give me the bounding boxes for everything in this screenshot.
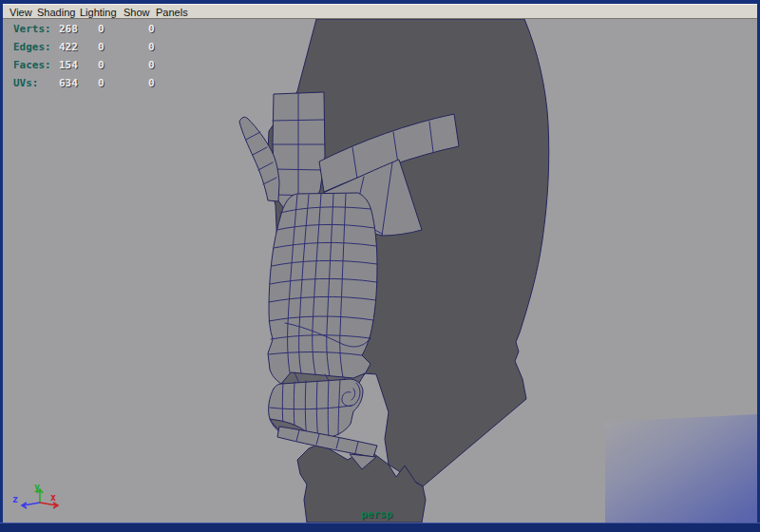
camera-name-label: persp bbox=[361, 508, 392, 521]
axis-z-label: z bbox=[12, 494, 18, 504]
axis-triad: y z x bbox=[12, 482, 58, 508]
hud-edges-col2: 0 bbox=[98, 41, 104, 53]
hud-faces-label: Faces: bbox=[13, 59, 51, 71]
axis-x-label: x bbox=[50, 492, 56, 503]
hud-faces-col2: 0 bbox=[98, 59, 104, 71]
gradient-image-plane bbox=[605, 414, 757, 522]
hud-row-edges: Edges: 422 0 0 bbox=[3, 41, 212, 53]
hud-uvs-label: UVs: bbox=[13, 77, 39, 89]
menu-shading[interactable]: Shading bbox=[37, 6, 75, 19]
hud-faces-total: 154 bbox=[59, 59, 78, 71]
hud-verts-total: 268 bbox=[59, 23, 78, 35]
nose-mesh bbox=[268, 193, 377, 387]
hud-verts-col2: 0 bbox=[98, 23, 104, 35]
axis-y-label: y bbox=[34, 482, 40, 492]
hud-row-faces: Faces: 154 0 0 bbox=[3, 59, 212, 71]
viewport-canvas: y z x bbox=[3, 19, 757, 522]
hud-edges-col3: 0 bbox=[148, 41, 155, 53]
maya-panel-window: View Shading Lighting Show Panels bbox=[0, 0, 760, 532]
hud-faces-col3: 0 bbox=[148, 59, 155, 71]
hud-verts-label: Verts: bbox=[13, 23, 51, 35]
hud-uvs-col2: 0 bbox=[98, 77, 104, 89]
hud-edges-label: Edges: bbox=[13, 41, 51, 53]
hud-row-verts: Verts: 268 0 0 bbox=[3, 23, 212, 35]
menu-view[interactable]: View bbox=[10, 6, 32, 19]
hud-edges-total: 422 bbox=[59, 41, 78, 53]
menu-panels[interactable]: Panels bbox=[156, 6, 188, 19]
axis-x-line bbox=[40, 503, 58, 508]
hud-uvs-total: 634 bbox=[59, 77, 78, 89]
hud-row-uvs: UVs: 634 0 0 bbox=[3, 77, 212, 89]
panel-menu-bar: View Shading Lighting Show Panels bbox=[3, 4, 757, 19]
window-bottom-edge bbox=[0, 522, 760, 532]
hud-verts-col3: 0 bbox=[148, 23, 155, 35]
axis-z-line bbox=[22, 503, 40, 508]
menu-show[interactable]: Show bbox=[124, 6, 150, 19]
menu-lighting[interactable]: Lighting bbox=[80, 6, 117, 19]
perspective-viewport[interactable]: y z x Verts: 268 0 0 Edges: 422 0 0 Face… bbox=[3, 19, 757, 522]
hud-uvs-col3: 0 bbox=[148, 77, 155, 89]
